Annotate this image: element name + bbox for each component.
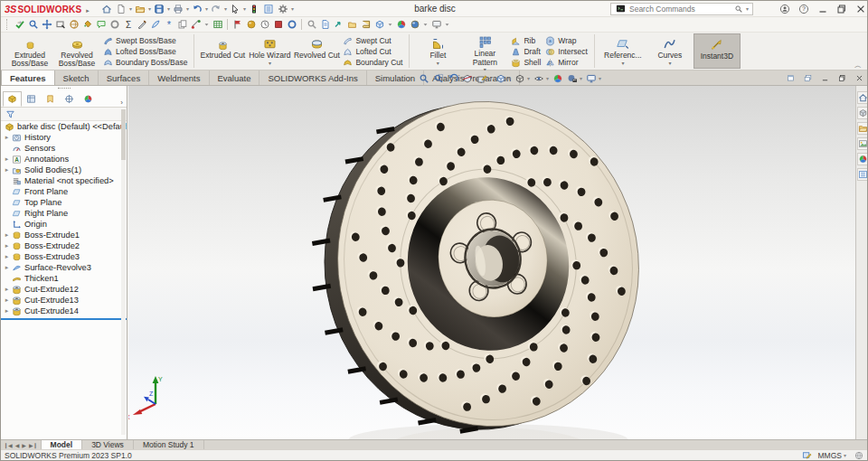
design-badge-icon[interactable] bbox=[108, 18, 121, 31]
comment-balloon-icon[interactable] bbox=[94, 18, 108, 31]
expand-arrow-icon[interactable]: ▸ bbox=[3, 264, 11, 271]
search-input[interactable] bbox=[627, 4, 732, 14]
tree-item[interactable]: Thicken1 bbox=[1, 273, 127, 284]
doctab-motion-study-1[interactable]: Motion Study 1 bbox=[134, 440, 204, 449]
taskpane-home-icon[interactable] bbox=[857, 91, 868, 104]
redo-icon[interactable] bbox=[210, 2, 223, 15]
expand-arrow-icon[interactable]: ▸ bbox=[3, 307, 11, 315]
expand-arrow-icon[interactable]: ▸ bbox=[3, 134, 11, 141]
display-style-icon[interactable] bbox=[513, 71, 526, 85]
edit-appearance-icon[interactable] bbox=[551, 71, 564, 85]
zoom-tool-icon[interactable] bbox=[305, 18, 318, 31]
render-sphere-icon[interactable] bbox=[244, 18, 258, 31]
tree-tab-dimxpertmanager[interactable] bbox=[60, 91, 79, 107]
tree-item[interactable]: ▸Boss-Extrude1 bbox=[1, 230, 127, 240]
doc-new-window-icon[interactable] bbox=[784, 71, 797, 85]
dropdown-icon[interactable] bbox=[421, 18, 429, 31]
toolbar-grip[interactable] bbox=[6, 19, 10, 30]
doctab-3d-views[interactable]: 3D Views bbox=[82, 440, 134, 449]
revolved-cut-button[interactable]: Revolved Cut bbox=[293, 33, 340, 69]
new-document-icon[interactable] bbox=[115, 2, 128, 15]
abort-render-icon[interactable] bbox=[271, 18, 285, 31]
tree-item[interactable]: ▸AAnnotations bbox=[1, 154, 127, 165]
restore-icon[interactable] bbox=[835, 2, 848, 15]
tab-evaluate[interactable]: Evaluate bbox=[210, 71, 260, 85]
dropdown-icon[interactable] bbox=[386, 18, 394, 31]
tree-item[interactable]: Top Plane bbox=[1, 197, 127, 208]
export-table-icon[interactable] bbox=[211, 18, 224, 31]
tree-item-root[interactable]: barke disc (Default) <<Default>_Disp bbox=[1, 121, 127, 132]
equations-sigma-icon[interactable]: Σ bbox=[121, 18, 135, 31]
curves-dropdown-icon[interactable]: ▾ bbox=[668, 61, 671, 65]
measure-icon[interactable] bbox=[189, 18, 203, 31]
tab-simulation[interactable]: Simulation bbox=[367, 71, 424, 85]
search-dropdown-icon[interactable]: ▾ bbox=[746, 5, 749, 12]
dropdown-icon[interactable] bbox=[443, 18, 451, 31]
expand-arrow-icon[interactable]: ▸ bbox=[3, 166, 11, 174]
zoom-fit-icon[interactable] bbox=[417, 71, 430, 85]
expand-arrow-icon[interactable]: ▸ bbox=[3, 253, 11, 260]
world-web-icon[interactable] bbox=[67, 18, 80, 31]
taskpane-design-library-cube-icon[interactable] bbox=[857, 107, 868, 119]
tree-item[interactable]: ▸Solid Bodies(1) bbox=[1, 165, 127, 175]
tab-scroll-button[interactable]: ▶❙ bbox=[28, 442, 39, 448]
taskpane-appearances-wheel-icon[interactable] bbox=[857, 153, 868, 165]
note-page-icon[interactable] bbox=[318, 18, 332, 31]
tab-scroll-button[interactable]: ◀ bbox=[14, 442, 21, 448]
monitor-viewport-icon[interactable] bbox=[429, 18, 443, 31]
tab-scroll-button[interactable]: ❙◀ bbox=[3, 442, 14, 448]
scene-sphere-icon[interactable] bbox=[408, 18, 421, 31]
save-icon[interactable] bbox=[153, 2, 166, 15]
tab-features[interactable]: Features bbox=[1, 71, 55, 85]
mirror-button[interactable]: Mirror bbox=[544, 57, 588, 68]
snap-asterisk-icon[interactable]: * bbox=[162, 18, 175, 31]
tree-item[interactable]: ▸Boss-Extrude2 bbox=[1, 240, 127, 251]
display-style-dropdown-icon[interactable]: ▾ bbox=[527, 75, 530, 81]
taskpane-view-palette-image-icon[interactable] bbox=[857, 137, 868, 150]
expand-arrow-icon[interactable]: ▸ bbox=[3, 155, 11, 163]
filter-funnel-icon[interactable] bbox=[4, 108, 17, 121]
hole-wizard-dropdown-icon[interactable]: ▾ bbox=[269, 61, 271, 65]
brake-disc-model[interactable]: YXZ bbox=[128, 86, 855, 441]
shell-button[interactable]: Shell bbox=[510, 57, 541, 68]
rollback-bar[interactable] bbox=[1, 318, 127, 320]
collapse-ribbon-icon[interactable]: ︿ bbox=[854, 61, 862, 71]
tree-item[interactable]: Front Plane bbox=[1, 186, 127, 197]
lofted-cut-button[interactable]: Lofted Cut bbox=[342, 46, 402, 57]
draft-button[interactable]: Draft bbox=[510, 46, 541, 57]
save-dropdown-icon[interactable]: ▾ bbox=[167, 5, 170, 12]
command-search[interactable]: ▾ bbox=[610, 3, 753, 15]
tree-tabs-expand-icon[interactable]: › bbox=[120, 99, 123, 107]
recall-ring-icon[interactable] bbox=[285, 18, 298, 31]
wrap-button[interactable]: aWrap bbox=[544, 35, 588, 46]
view-orientation-dropdown-icon[interactable]: ▾ bbox=[508, 75, 511, 81]
tree-item[interactable]: Origin bbox=[1, 219, 127, 230]
rebuild-traffic-light-icon[interactable] bbox=[248, 2, 261, 15]
expand-arrow-icon[interactable]: ▸ bbox=[3, 286, 11, 293]
apply-scene-dropdown-icon[interactable]: ▾ bbox=[580, 75, 582, 81]
undo-icon[interactable] bbox=[191, 2, 204, 15]
tree-scrollbar[interactable] bbox=[121, 109, 126, 435]
tree-tab-configurationmanager[interactable] bbox=[41, 91, 60, 107]
tree-item[interactable]: ▸Boss-Extrude3 bbox=[1, 251, 127, 262]
dynamic-annotation-icon[interactable] bbox=[475, 71, 488, 85]
expand-arrow-icon[interactable]: ▸ bbox=[3, 231, 11, 239]
doc-minimize-icon[interactable] bbox=[818, 71, 832, 85]
instant3d-button[interactable]: Instant3D bbox=[693, 33, 741, 69]
section-view-icon[interactable] bbox=[460, 71, 474, 85]
trim-knife-icon[interactable] bbox=[135, 18, 148, 31]
tab-sketch[interactable]: Sketch bbox=[55, 71, 99, 85]
select-cursor-icon[interactable] bbox=[229, 2, 242, 15]
select-window-icon[interactable] bbox=[53, 18, 67, 31]
print-dropdown-icon[interactable]: ▾ bbox=[186, 5, 189, 12]
options-gear-icon[interactable] bbox=[277, 2, 290, 15]
tab-scroll-button[interactable]: ▶ bbox=[21, 442, 27, 448]
taskpane-file-explorer-folder-icon[interactable] bbox=[857, 122, 868, 135]
swept-cut-button[interactable]: Swept Cut bbox=[342, 35, 402, 46]
zoom-area-icon[interactable] bbox=[431, 71, 445, 85]
print-icon[interactable] bbox=[172, 2, 185, 15]
previous-view-icon[interactable] bbox=[446, 71, 459, 85]
lofted-boss-button[interactable]: Lofted Boss/Base bbox=[102, 46, 187, 57]
cube-views-icon[interactable] bbox=[373, 18, 386, 31]
schedule-clock-icon[interactable] bbox=[258, 18, 271, 31]
